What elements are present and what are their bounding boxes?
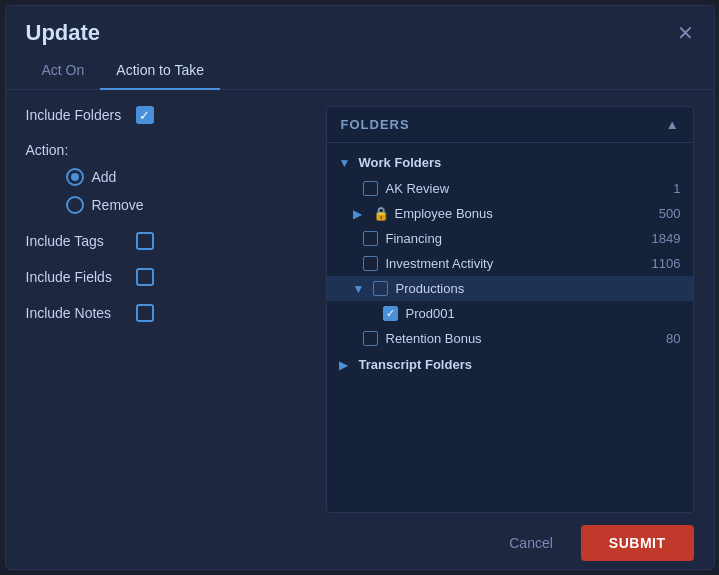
transcript-folders-group[interactable]: ▶ Transcript Folders: [327, 351, 693, 378]
include-tags-row: Include Tags: [26, 232, 306, 250]
folder-name-productions: Productions: [396, 281, 681, 296]
right-panel: FOLDERS ▲ ▼ Work Folders AK Review 1 ▶: [326, 106, 694, 513]
work-folders-group[interactable]: ▼ Work Folders: [327, 149, 693, 176]
folder-count-financing: 1849: [652, 231, 681, 246]
update-dialog: Update ✕ Act On Action to Take Include F…: [5, 5, 715, 570]
folder-count-ak-review: 1: [673, 181, 680, 196]
include-folders-row: Include Folders ✓: [26, 106, 306, 124]
list-item[interactable]: Investment Activity 1106: [327, 251, 693, 276]
folder-name-employee-bonus: Employee Bonus: [395, 206, 651, 221]
list-item[interactable]: Retention Bonus 80: [327, 326, 693, 351]
cancel-button[interactable]: Cancel: [493, 527, 569, 559]
include-fields-row: Include Fields: [26, 268, 306, 286]
folders-list: ▼ Work Folders AK Review 1 ▶ 🔒 Employee …: [327, 143, 693, 512]
productions-chevron: ▼: [353, 282, 367, 296]
folder-checkbox-productions[interactable]: [373, 281, 388, 296]
include-folders-checkbox[interactable]: ✓: [136, 106, 154, 124]
folder-count-employee-bonus: 500: [659, 206, 681, 221]
folder-checkbox-prod001[interactable]: ✓: [383, 306, 398, 321]
list-item[interactable]: ▶ 🔒 Employee Bonus 500: [327, 201, 693, 226]
work-folders-label: Work Folders: [359, 155, 442, 170]
dialog-body: Include Folders ✓ Action: Add Remove: [6, 90, 714, 513]
folder-name-prod001: Prod001: [406, 306, 681, 321]
collapse-icon[interactable]: ▲: [666, 117, 679, 132]
remove-radio-row[interactable]: Remove: [66, 196, 306, 214]
folder-name-retention: Retention Bonus: [386, 331, 659, 346]
tab-action-to-take[interactable]: Action to Take: [100, 54, 220, 90]
folder-checkbox-investment[interactable]: [363, 256, 378, 271]
submit-button[interactable]: SUBMIT: [581, 525, 694, 561]
list-item[interactable]: ▼ Productions: [327, 276, 693, 301]
include-notes-label: Include Notes: [26, 305, 136, 321]
tab-act-on[interactable]: Act On: [26, 54, 101, 90]
folders-title: FOLDERS: [341, 117, 410, 132]
remove-label: Remove: [92, 197, 144, 213]
add-radio[interactable]: [66, 168, 84, 186]
folder-checkbox-ak-review[interactable]: [363, 181, 378, 196]
list-item[interactable]: Financing 1849: [327, 226, 693, 251]
add-label: Add: [92, 169, 117, 185]
add-radio-row[interactable]: Add: [66, 168, 306, 186]
list-item[interactable]: ✓ Prod001: [327, 301, 693, 326]
include-fields-checkbox[interactable]: [136, 268, 154, 286]
prod001-check: ✓: [386, 307, 395, 320]
tab-bar: Act On Action to Take: [6, 54, 714, 90]
radio-inner: [71, 173, 79, 181]
folder-name-investment: Investment Activity: [386, 256, 644, 271]
folder-name-ak-review: AK Review: [386, 181, 666, 196]
list-item[interactable]: AK Review 1: [327, 176, 693, 201]
work-folders-chevron: ▼: [339, 156, 353, 170]
include-tags-label: Include Tags: [26, 233, 136, 249]
include-tags-checkbox[interactable]: [136, 232, 154, 250]
close-button[interactable]: ✕: [677, 23, 694, 43]
remove-radio[interactable]: [66, 196, 84, 214]
dialog-footer: Cancel SUBMIT: [6, 513, 714, 573]
folder-count-retention: 80: [666, 331, 680, 346]
include-notes-checkbox[interactable]: [136, 304, 154, 322]
include-notes-row: Include Notes: [26, 304, 306, 322]
transcript-folders-label: Transcript Folders: [359, 357, 472, 372]
lock-icon: 🔒: [373, 206, 389, 221]
transcript-chevron: ▶: [339, 358, 353, 372]
folder-count-investment: 1106: [652, 256, 681, 271]
folder-name-financing: Financing: [386, 231, 644, 246]
folder-checkbox-financing[interactable]: [363, 231, 378, 246]
folders-header: FOLDERS ▲: [327, 107, 693, 143]
employee-bonus-chevron: ▶: [353, 207, 367, 221]
action-section: Action: Add Remove: [26, 142, 306, 214]
include-folders-label: Include Folders: [26, 107, 136, 123]
dialog-title: Update: [26, 20, 101, 46]
left-panel: Include Folders ✓ Action: Add Remove: [26, 106, 326, 513]
action-label: Action:: [26, 142, 306, 158]
folder-checkbox-retention[interactable]: [363, 331, 378, 346]
check-icon: ✓: [139, 109, 150, 122]
dialog-header: Update ✕: [6, 6, 714, 46]
include-fields-label: Include Fields: [26, 269, 136, 285]
